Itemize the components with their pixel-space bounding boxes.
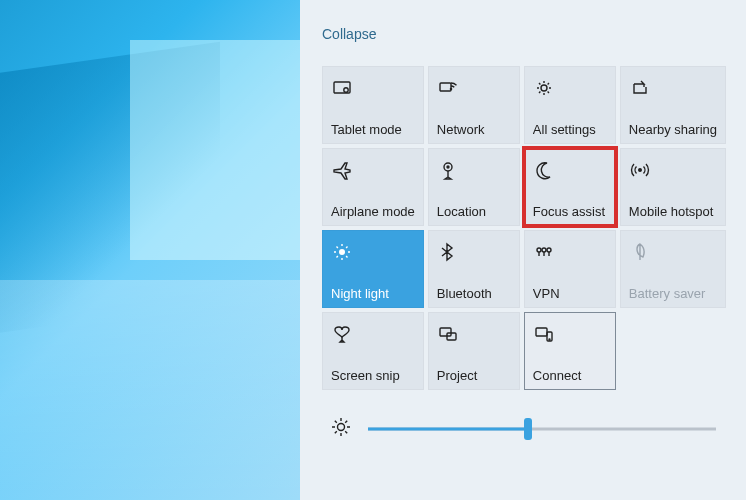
tile-screen-snip[interactable]: Screen snip xyxy=(322,312,424,390)
leaf-icon xyxy=(629,239,717,265)
snip-icon xyxy=(331,321,415,347)
brightness-slider[interactable] xyxy=(368,418,716,440)
connect-icon xyxy=(533,321,607,347)
tile-project[interactable]: Project xyxy=(428,312,520,390)
bluetooth-icon xyxy=(437,239,511,265)
tile-label: Tablet mode xyxy=(331,122,415,137)
project-icon xyxy=(437,321,511,347)
brightness-icon xyxy=(330,416,352,442)
tile-label: Focus assist xyxy=(533,204,607,219)
tile-label: Bluetooth xyxy=(437,286,511,301)
tile-label: Location xyxy=(437,204,511,219)
tile-nearby-sharing[interactable]: Nearby sharing xyxy=(620,66,726,144)
gear-icon xyxy=(533,75,607,101)
tile-all-settings[interactable]: All settings xyxy=(524,66,616,144)
hotspot-icon xyxy=(629,157,717,183)
tile-label: Connect xyxy=(533,368,607,383)
tile-night-light[interactable]: Night light xyxy=(322,230,424,308)
action-center-panel: Collapse Tablet modeNetworkAll settingsN… xyxy=(300,0,746,500)
brightness-slider-thumb[interactable] xyxy=(524,418,532,440)
tile-label: Nearby sharing xyxy=(629,122,717,137)
desktop-wallpaper xyxy=(0,0,300,500)
tile-network[interactable]: Network xyxy=(428,66,520,144)
tile-label: Project xyxy=(437,368,511,383)
tablet-mode-icon xyxy=(331,75,415,101)
tile-vpn[interactable]: VPN xyxy=(524,230,616,308)
tile-label: Airplane mode xyxy=(331,204,415,219)
tile-battery-saver: Battery saver xyxy=(620,230,726,308)
location-pin-icon xyxy=(437,157,511,183)
share-icon xyxy=(629,75,717,101)
moon-icon xyxy=(533,157,607,183)
airplane-icon xyxy=(331,157,415,183)
quick-action-tiles: Tablet modeNetworkAll settingsNearby sha… xyxy=(322,66,726,390)
tile-bluetooth[interactable]: Bluetooth xyxy=(428,230,520,308)
network-icon xyxy=(437,75,511,101)
tile-mobile-hotspot[interactable]: Mobile hotspot xyxy=(620,148,726,226)
vpn-icon xyxy=(533,239,607,265)
tile-label: Screen snip xyxy=(331,368,415,383)
tile-location[interactable]: Location xyxy=(428,148,520,226)
brightness-slider-fill xyxy=(368,428,528,431)
tile-label: Battery saver xyxy=(629,286,717,301)
tile-label: Mobile hotspot xyxy=(629,204,717,219)
tile-label: Night light xyxy=(331,286,415,301)
tile-label: All settings xyxy=(533,122,607,137)
brightness-control xyxy=(322,416,726,442)
tile-focus-assist[interactable]: Focus assist xyxy=(524,148,616,226)
tile-label: VPN xyxy=(533,286,607,301)
tile-connect[interactable]: Connect xyxy=(524,312,616,390)
tile-tablet-mode[interactable]: Tablet mode xyxy=(322,66,424,144)
tile-airplane-mode[interactable]: Airplane mode xyxy=(322,148,424,226)
collapse-link[interactable]: Collapse xyxy=(322,14,376,60)
night-light-icon xyxy=(331,239,415,265)
tile-label: Network xyxy=(437,122,511,137)
